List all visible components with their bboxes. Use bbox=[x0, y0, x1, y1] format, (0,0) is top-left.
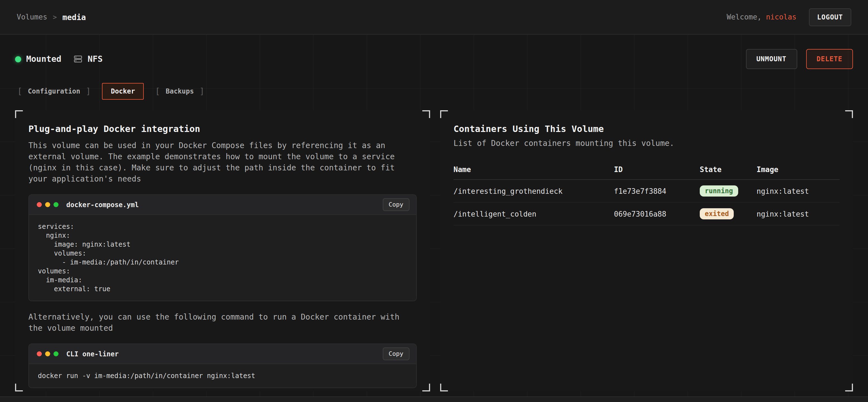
cli-intro-text: Alternatively, you can use the following… bbox=[28, 311, 413, 334]
compose-code-block: docker-compose.yml Copy services: nginx:… bbox=[28, 194, 417, 301]
window-dot-yellow-icon bbox=[45, 202, 50, 207]
mounted-status-dot bbox=[15, 56, 21, 62]
tab-backups-label: Backups bbox=[166, 88, 194, 95]
delete-button[interactable]: DELETE bbox=[806, 49, 853, 69]
container-state-cell: exited bbox=[700, 208, 756, 220]
window-dots bbox=[37, 202, 59, 207]
nfs-server-icon bbox=[73, 55, 83, 64]
table-row: /intelligent_colden 069e73016a88 exited … bbox=[454, 203, 840, 226]
panel-corner bbox=[422, 383, 430, 392]
containers-panel-title: Containers Using This Volume bbox=[454, 124, 840, 134]
panel-corner bbox=[15, 383, 23, 392]
breadcrumb-separator: > bbox=[53, 13, 57, 21]
panel-corner bbox=[440, 383, 448, 392]
tab-docker[interactable]: Docker bbox=[102, 83, 144, 100]
cli-code-header: CLI one-liner Copy bbox=[29, 344, 416, 364]
tab-configuration-label: Configuration bbox=[28, 88, 80, 95]
breadcrumb-current-volume: media bbox=[62, 12, 86, 22]
container-id: 069e73016a88 bbox=[614, 210, 700, 218]
tab-bar: Configuration Docker Backups bbox=[15, 82, 853, 100]
containers-table: Name ID State Image /interesting_grothen… bbox=[454, 160, 840, 226]
column-header-name: Name bbox=[454, 165, 614, 174]
table-row: /interesting_grothendieck f1e73e7f3884 r… bbox=[454, 180, 840, 203]
window-dot-green-icon bbox=[54, 351, 59, 356]
container-state-cell: running bbox=[700, 186, 756, 197]
containers-panel-subtitle: List of Docker containers mounting this … bbox=[454, 139, 840, 147]
tab-backups[interactable]: Backups bbox=[153, 82, 207, 100]
username: nicolas bbox=[766, 13, 797, 21]
header-right: Welcome, nicolas LOGOUT bbox=[727, 8, 851, 26]
containers-panel: Containers Using This Volume List of Doc… bbox=[440, 110, 853, 392]
docker-panel-title: Plug-and-play Docker integration bbox=[28, 124, 417, 134]
docker-panel-description: This volume can be used in your Docker C… bbox=[28, 140, 413, 184]
window-dots bbox=[37, 351, 59, 356]
container-id: f1e73e7f3884 bbox=[614, 187, 700, 195]
window-dot-red-icon bbox=[37, 202, 42, 207]
compose-code: services: nginx: image: nginx:latest vol… bbox=[29, 215, 416, 301]
table-header-row: Name ID State Image bbox=[454, 160, 840, 180]
container-name: /interesting_grothendieck bbox=[454, 187, 614, 195]
panel-corner bbox=[440, 110, 448, 118]
column-header-id: ID bbox=[614, 165, 700, 174]
window-dot-yellow-icon bbox=[45, 351, 50, 356]
driver-label: NFS bbox=[88, 54, 102, 64]
tab-docker-label: Docker bbox=[111, 88, 135, 95]
welcome-text: Welcome, nicolas bbox=[727, 13, 797, 21]
state-badge: running bbox=[700, 186, 738, 197]
cli-code-block: CLI one-liner Copy docker run -v im-medi… bbox=[28, 343, 417, 388]
state-badge: exited bbox=[700, 208, 734, 220]
container-image: nginx:latest bbox=[756, 210, 840, 218]
top-bar: Volumes > media Welcome, nicolas LOGOUT bbox=[0, 0, 868, 35]
cli-code: docker run -v im-media:/path/in/containe… bbox=[29, 364, 416, 388]
column-header-state: State bbox=[700, 165, 756, 174]
volume-status-indicators: Mounted NFS bbox=[15, 54, 103, 64]
breadcrumb-volumes-link[interactable]: Volumes bbox=[17, 13, 48, 21]
content-panels: Plug-and-play Docker integration This vo… bbox=[15, 110, 853, 392]
welcome-prefix: Welcome, bbox=[727, 13, 762, 21]
copy-compose-button[interactable]: Copy bbox=[382, 198, 409, 211]
volume-status-bar: Mounted NFS UNMOUNT DELETE bbox=[15, 49, 853, 69]
copy-cli-button[interactable]: Copy bbox=[382, 347, 409, 360]
logout-button[interactable]: LOGOUT bbox=[809, 8, 851, 26]
cli-title: CLI one-liner bbox=[66, 350, 382, 358]
panel-corner bbox=[15, 110, 23, 118]
tab-configuration[interactable]: Configuration bbox=[15, 82, 93, 100]
volume-detail-page: Volumes > media Welcome, nicolas LOGOUT … bbox=[0, 0, 868, 402]
docker-integration-panel: Plug-and-play Docker integration This vo… bbox=[15, 110, 430, 392]
window-dot-red-icon bbox=[37, 351, 42, 356]
mounted-status-label: Mounted bbox=[26, 54, 61, 64]
compose-code-header: docker-compose.yml Copy bbox=[29, 195, 416, 215]
bottom-grid-strip bbox=[0, 396, 868, 402]
panel-corner bbox=[845, 383, 853, 392]
breadcrumb: Volumes > media bbox=[17, 12, 86, 22]
panel-corner bbox=[845, 110, 853, 118]
column-header-image: Image bbox=[756, 165, 840, 174]
container-name: /intelligent_colden bbox=[454, 210, 614, 218]
container-image: nginx:latest bbox=[756, 187, 840, 195]
unmount-button[interactable]: UNMOUNT bbox=[746, 49, 797, 69]
window-dot-green-icon bbox=[54, 202, 59, 207]
mounted-status: Mounted bbox=[15, 54, 61, 64]
compose-filename: docker-compose.yml bbox=[66, 201, 382, 208]
panel-corner bbox=[422, 110, 430, 118]
volume-actions: UNMOUNT DELETE bbox=[746, 49, 853, 69]
driver-status: NFS bbox=[73, 54, 102, 64]
